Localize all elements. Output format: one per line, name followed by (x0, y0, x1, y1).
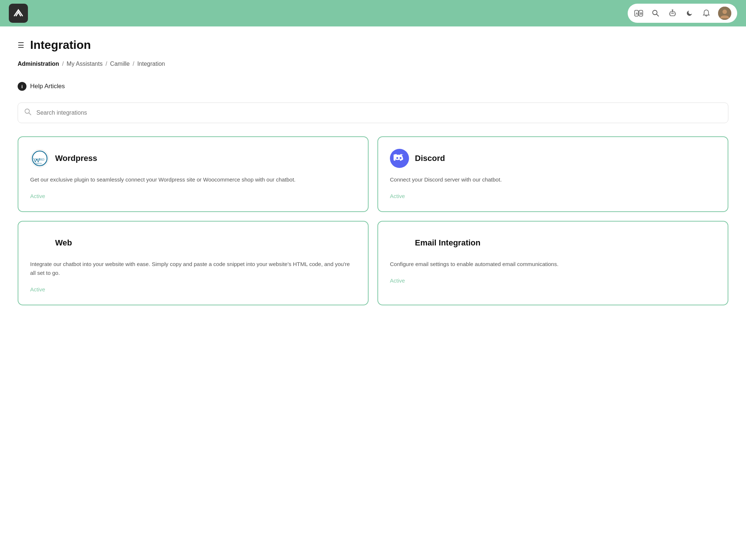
wordpress-description: Get our exclusive plugin to seamlessly c… (30, 175, 356, 184)
discord-card[interactable]: Discord Connect your Discord server with… (377, 136, 728, 212)
search-icon[interactable] (650, 8, 661, 18)
wordpress-logo: W ORD PRESS (30, 149, 49, 168)
email-card-header: Email Integration (390, 233, 716, 252)
ab-test-icon[interactable]: A B (634, 8, 644, 18)
wordpress-card[interactable]: W ORD PRESS Wordpress Get our exclusive … (18, 136, 369, 212)
web-logo (30, 233, 49, 252)
svg-rect-6 (671, 13, 673, 14)
breadcrumb-my-assistants[interactable]: My Assistants (67, 61, 103, 67)
web-title: Web (55, 238, 72, 248)
integrations-grid: W ORD PRESS Wordpress Get our exclusive … (18, 136, 728, 305)
app-logo[interactable] (9, 4, 28, 23)
user-avatar[interactable] (718, 7, 731, 20)
search-field-icon (24, 108, 32, 118)
robot-icon[interactable] (667, 8, 678, 18)
email-logo (390, 233, 409, 252)
info-icon: i (18, 82, 26, 91)
email-title: Email Integration (415, 238, 480, 248)
search-input[interactable] (18, 103, 728, 123)
web-card[interactable]: Web Integrate our chatbot into your webs… (18, 221, 369, 305)
svg-point-10 (722, 10, 727, 14)
help-articles-label: Help Articles (30, 83, 65, 90)
breadcrumb-camille[interactable]: Camille (110, 61, 130, 67)
discord-logo (390, 149, 409, 168)
svg-text:B: B (640, 12, 643, 15)
svg-point-17 (397, 157, 398, 159)
svg-point-18 (400, 157, 402, 159)
menu-toggle-icon[interactable]: ☰ (18, 41, 24, 50)
breadcrumb-sep-2: / (105, 61, 107, 67)
breadcrumb-sep-1: / (62, 61, 64, 67)
main-content: ☰ Integration Administration / My Assist… (0, 26, 746, 317)
email-status: Active (390, 277, 405, 284)
svg-text:PRESS: PRESS (35, 162, 42, 165)
notifications-icon[interactable] (701, 8, 711, 18)
page-title: Integration (30, 38, 91, 52)
wordpress-status: Active (30, 193, 45, 199)
breadcrumb-sep-3: / (133, 61, 134, 67)
svg-rect-7 (673, 13, 674, 14)
breadcrumb-administration[interactable]: Administration (18, 61, 59, 67)
svg-text:A: A (636, 12, 638, 15)
breadcrumb: Administration / My Assistants / Camille… (18, 61, 728, 67)
email-description: Configure email settings to enable autom… (390, 260, 716, 269)
breadcrumb-integration: Integration (137, 61, 165, 67)
search-container (18, 103, 728, 123)
discord-title: Discord (415, 154, 445, 163)
wordpress-card-header: W ORD PRESS Wordpress (30, 149, 356, 168)
page-header: ☰ Integration (18, 38, 728, 52)
topbar: A B (0, 0, 746, 26)
web-status: Active (30, 286, 45, 292)
discord-status: Active (390, 193, 405, 199)
dark-mode-icon[interactable] (684, 8, 695, 18)
web-description: Integrate our chatbot into your website … (30, 260, 356, 277)
web-card-header: Web (30, 233, 356, 252)
topbar-actions: A B (628, 4, 737, 23)
email-card[interactable]: Email Integration Configure email settin… (377, 221, 728, 305)
help-articles-section[interactable]: i Help Articles (18, 82, 728, 91)
svg-rect-5 (670, 12, 675, 16)
wordpress-title: Wordpress (55, 154, 97, 163)
svg-point-4 (653, 10, 657, 15)
discord-description: Connect your Discord server with our cha… (390, 175, 716, 184)
svg-point-11 (25, 109, 29, 114)
discord-card-header: Discord (390, 149, 716, 168)
